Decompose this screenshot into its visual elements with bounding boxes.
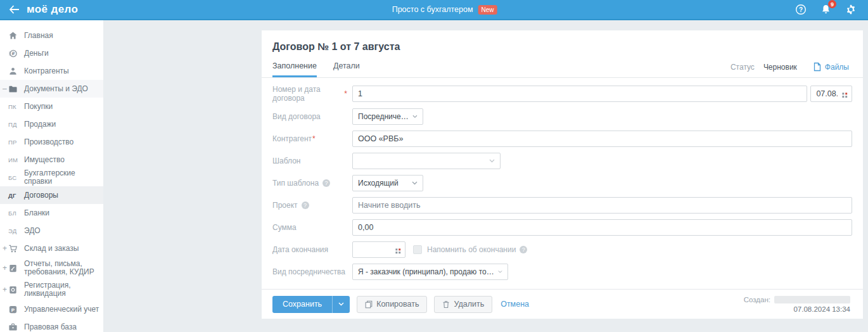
cancel-link[interactable]: Отмена [501,300,529,309]
expand-plus-icon[interactable]: + [3,264,8,272]
sidebar-item-blanki[interactable]: БЛ Бланки [0,204,103,222]
form-row-mediation: Вид посредничества Я - заказчик (принцип… [272,264,852,280]
contract-form: Номер и дата договора* Вид договора Поср… [262,78,863,280]
form-row-amount: Сумма [272,219,852,236]
tab-zapolnenie[interactable]: Заполнение [272,61,317,77]
notification-count-badge: 9 [828,0,836,8]
warehouse-cart-icon [8,244,24,253]
help-icon[interactable]: ? [795,4,807,15]
sidebar-item-dogovory[interactable]: ДГ Договоры [0,186,103,204]
trash-icon [442,300,450,309]
contract-kind-select[interactable]: Посреднический [352,108,423,125]
svg-text:P: P [11,307,15,312]
sidebar-item-pravovaya-baza[interactable]: Правовая база [0,318,103,332]
sidebar-item-proizvodstvo[interactable]: ПР Производство [0,133,103,151]
chevron-down-icon [412,115,418,118]
sidebar-nav: Главная ₽ Деньги Контрагенты – Документы… [0,20,103,332]
form-row-template-type: Тип шаблона? Исходящий [272,175,852,191]
template-select[interactable] [352,153,501,169]
sidebar-item-prodazhi[interactable]: ПД Продажи [0,115,103,133]
form-row-number-date: Номер и дата договора* [272,85,852,103]
expand-plus-icon[interactable]: + [3,244,8,253]
form-row-end-date: Дата окончания Напомнить об окончании ? [272,241,852,258]
status-label: Статус [731,63,755,72]
sidebar-item-registratsiya[interactable]: + Регистрация, ликвидация [0,279,103,300]
contract-number-input[interactable] [352,86,807,102]
template-type-select[interactable]: Исходящий [352,175,423,191]
form-row-contract-kind: Вид договора Посреднический [272,108,852,125]
files-link[interactable]: Файлы [814,62,849,72]
delete-button[interactable]: Удалить [434,296,492,313]
back-arrow-icon[interactable] [9,5,20,14]
help-circle-icon[interactable]: ? [302,201,309,209]
sidebar-item-glavnaya[interactable]: Главная [0,27,103,44]
created-label: Создан: [744,296,770,303]
page-title: Договор № 1 от 7 августа [262,30,863,53]
copy-icon [365,300,373,309]
amount-input[interactable] [352,219,852,236]
save-options-chevron-icon[interactable] [332,296,350,313]
settings-gear-icon[interactable] [845,4,857,15]
chevron-down-icon [412,181,418,185]
collapse-minus-icon[interactable]: – [3,84,8,93]
form-row-counterparty: Контрагент* [272,131,852,147]
folder-icon [8,85,24,93]
tab-detali[interactable]: Детали [333,61,360,77]
header-tagline: Просто с бухгалтером [392,5,473,14]
sidebar-item-upravlencheskiy-uchet[interactable]: P Управленческий учет [0,300,103,318]
briefcase-icon [8,322,24,331]
top-header: моё дело Просто с бухгалтером New ? 9 [0,0,868,20]
copy-button[interactable]: Копировать [357,296,427,313]
sidebar-item-dokumenty-edo[interactable]: – Документы и ЭДО [0,80,103,98]
reports-icon [8,264,24,273]
contract-card: Договор № 1 от 7 августа Заполнение Дета… [262,30,863,319]
sidebar-item-kontragenty[interactable]: Контрагенты [0,62,103,80]
chevron-down-icon [498,270,502,274]
expand-plus-icon[interactable]: + [3,285,8,294]
sidebar-item-otchety[interactable]: + Отчеты, письма, требования, КУДИР [0,257,103,279]
notifications-bell-icon[interactable]: 9 [820,4,831,15]
save-button[interactable]: Сохранить [272,296,332,313]
app-logo[interactable]: моё дело [27,3,78,16]
reminder-checkbox[interactable] [413,245,422,254]
end-date-input[interactable] [352,241,405,258]
help-circle-icon[interactable]: ? [322,179,330,187]
save-split-button[interactable]: Сохранить [272,296,350,313]
new-badge: New [478,5,497,15]
management-p-icon: P [8,305,24,314]
reminder-label: Напомнить об окончании [427,245,516,254]
file-icon [814,62,821,72]
tabs-row: Заполнение Детали Статус Черновик Файлы [262,61,863,78]
status-badge: Черновик [763,63,797,72]
home-icon [8,31,24,40]
sidebar-item-dengi[interactable]: ₽ Деньги [0,44,103,62]
chevron-down-icon [489,159,495,163]
help-circle-icon[interactable]: ? [520,246,527,253]
created-info: Создан: 07.08.2024 13:34 [744,296,850,313]
end-date-field[interactable] [352,241,405,258]
created-by-redacted [774,296,850,303]
people-icon [8,67,24,76]
sidebar-item-imushchestvo[interactable]: ИМ Имущество [0,151,103,169]
project-input[interactable] [352,197,852,214]
sidebar-item-sklad-zakazy[interactable]: + Склад и заказы [0,239,103,257]
form-footer: Сохранить Копировать Удалить Отмена Созд… [262,289,863,319]
contract-date-field[interactable] [810,86,852,102]
form-row-template: Шаблон [272,153,852,169]
sidebar-item-pokupki[interactable]: ПК Покупки [0,98,103,115]
created-datetime: 07.08.2024 13:34 [793,305,850,313]
money-icon: ₽ [8,49,24,58]
counterparty-input[interactable] [352,131,852,147]
sidebar-item-buh-spravki[interactable]: БС Бухгалтерские справки [0,169,103,186]
form-row-project: Проект? [272,197,852,214]
sidebar-item-edo[interactable]: ЭД ЭДО [0,222,103,239]
registration-doc-icon [8,285,24,295]
svg-text:?: ? [799,6,803,13]
contract-date-input[interactable] [810,86,852,102]
mediation-kind-select[interactable]: Я - заказчик (принципал), продаю товары … [352,264,508,280]
svg-text:₽: ₽ [12,51,15,56]
